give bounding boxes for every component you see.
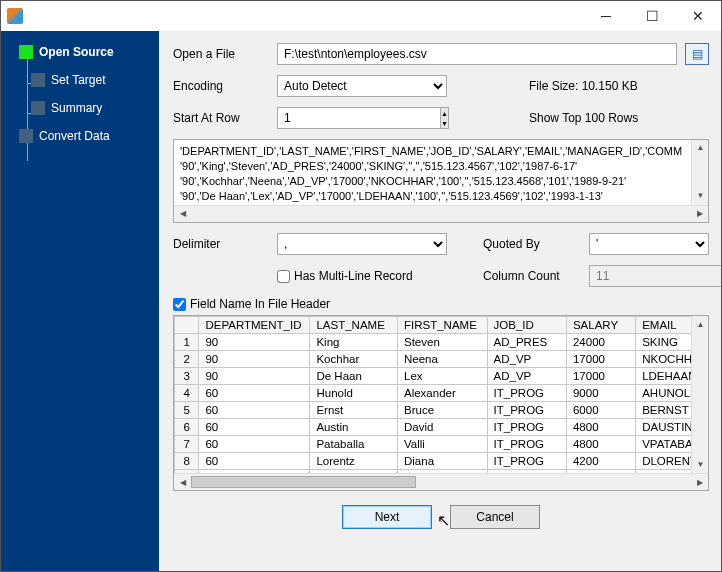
row-number: 2 [175, 351, 199, 368]
cell[interactable]: 4800 [566, 419, 635, 436]
chevron-up-icon[interactable]: ▲ [692, 140, 709, 157]
cell[interactable]: 60 [199, 453, 310, 470]
cell[interactable]: AD_VP [487, 351, 566, 368]
encoding-select[interactable]: Auto Detect [277, 75, 447, 97]
data-grid[interactable]: DEPARTMENT_IDLAST_NAMEFIRST_NAMEJOB_IDSA… [173, 315, 709, 491]
next-button[interactable]: Next [342, 505, 432, 529]
cell[interactable]: David [397, 419, 487, 436]
row-number: 6 [175, 419, 199, 436]
content-panel: Open a File ▤ Encoding Auto Detect File … [159, 31, 721, 571]
table-row[interactable]: 560ErnstBruceIT_PROG6000BERNST [175, 402, 708, 419]
cell[interactable]: 90 [199, 334, 310, 351]
cell[interactable]: Lorentz [310, 453, 398, 470]
preview-horizontal-scrollbar[interactable]: ◀ ▶ [174, 205, 708, 222]
cell[interactable]: Alexander [397, 385, 487, 402]
file-preview[interactable]: 'DEPARTMENT_ID','LAST_NAME','FIRST_NAME'… [173, 139, 709, 223]
table-row[interactable]: 660AustinDavidIT_PROG4800DAUSTIN [175, 419, 708, 436]
cell[interactable]: 4200 [566, 453, 635, 470]
file-path-input[interactable] [277, 43, 677, 65]
table-row[interactable]: 860LorentzDianaIT_PROG4200DLORENT [175, 453, 708, 470]
cell[interactable]: AD_PRES [487, 334, 566, 351]
cell[interactable]: IT_PROG [487, 419, 566, 436]
column-header[interactable]: DEPARTMENT_ID [199, 317, 310, 334]
chevron-up-icon[interactable]: ▲ [441, 108, 448, 118]
cell[interactable]: Neena [397, 351, 487, 368]
header-checkbox-input[interactable] [173, 298, 186, 311]
multiline-checkbox-input[interactable] [277, 270, 290, 283]
cell[interactable]: Lex [397, 368, 487, 385]
chevron-down-icon[interactable]: ▼ [441, 118, 448, 128]
chevron-right-icon[interactable]: ▶ [691, 474, 708, 491]
table-row[interactable]: 760PataballaValliIT_PROG4800VPATABAL [175, 436, 708, 453]
cell[interactable]: De Haan [310, 368, 398, 385]
chevron-left-icon[interactable]: ◀ [174, 206, 191, 223]
start-row-spinner[interactable]: ▲▼ [277, 107, 447, 129]
maximize-button[interactable]: ☐ [629, 1, 675, 31]
header-checkbox[interactable]: Field Name In File Header [173, 297, 330, 311]
column-header[interactable]: FIRST_NAME [397, 317, 487, 334]
cell[interactable]: IT_PROG [487, 402, 566, 419]
grid-vertical-scrollbar[interactable]: ▲ ▼ [691, 316, 708, 473]
cell[interactable]: Steven [397, 334, 487, 351]
step-open-source[interactable]: Open Source [17, 41, 155, 63]
cell[interactable]: Kochhar [310, 351, 398, 368]
delimiter-select[interactable]: , [277, 233, 447, 255]
start-row-input[interactable] [277, 107, 440, 129]
cell[interactable]: AD_VP [487, 368, 566, 385]
cell[interactable]: Valli [397, 436, 487, 453]
step-indicator-icon [19, 45, 33, 59]
cell[interactable]: 4800 [566, 436, 635, 453]
table-row[interactable]: 390De HaanLexAD_VP17000LDEHAAN [175, 368, 708, 385]
cell[interactable]: Hunold [310, 385, 398, 402]
cell[interactable]: 90 [199, 368, 310, 385]
column-header[interactable]: SALARY [566, 317, 635, 334]
grid-corner [175, 317, 199, 334]
column-header[interactable]: JOB_ID [487, 317, 566, 334]
cell[interactable]: IT_PROG [487, 436, 566, 453]
tree-connector [27, 59, 28, 161]
chevron-right-icon[interactable]: ▶ [691, 206, 708, 223]
cell[interactable]: Bruce [397, 402, 487, 419]
cell[interactable]: Diana [397, 453, 487, 470]
column-header[interactable]: LAST_NAME [310, 317, 398, 334]
cell[interactable]: Pataballa [310, 436, 398, 453]
file-size-label: File Size: 10.150 KB [529, 79, 709, 93]
table-row[interactable]: 190KingStevenAD_PRES24000SKING [175, 334, 708, 351]
table-row[interactable]: 460HunoldAlexanderIT_PROG9000AHUNOLD [175, 385, 708, 402]
open-file-label: Open a File [173, 47, 269, 61]
start-row-label: Start At Row [173, 111, 269, 125]
cell[interactable]: 60 [199, 419, 310, 436]
table-row[interactable]: 290KochharNeenaAD_VP17000NKOCHHA [175, 351, 708, 368]
cell[interactable]: 17000 [566, 351, 635, 368]
close-button[interactable]: ✕ [675, 1, 721, 31]
preview-vertical-scrollbar[interactable]: ▲ ▼ [691, 140, 708, 205]
row-number: 7 [175, 436, 199, 453]
cell[interactable]: 60 [199, 402, 310, 419]
cancel-button[interactable]: Cancel [450, 505, 540, 529]
minimize-button[interactable]: ─ [583, 1, 629, 31]
cell[interactable]: King [310, 334, 398, 351]
preview-line: '90','De Haan','Lex','AD_VP','17000','LD… [180, 189, 684, 204]
quoted-by-select[interactable]: ' [589, 233, 709, 255]
browse-file-button[interactable]: ▤ [685, 43, 709, 65]
step-convert-data[interactable]: Convert Data [17, 125, 155, 147]
cell[interactable]: 6000 [566, 402, 635, 419]
cell[interactable]: Ernst [310, 402, 398, 419]
cell[interactable]: Austin [310, 419, 398, 436]
grid-horizontal-scrollbar[interactable]: ◀ ▶ [174, 473, 708, 490]
cell[interactable]: IT_PROG [487, 453, 566, 470]
chevron-down-icon[interactable]: ▼ [692, 188, 709, 205]
cell[interactable]: 90 [199, 351, 310, 368]
chevron-up-icon[interactable]: ▲ [692, 316, 709, 333]
cell[interactable]: IT_PROG [487, 385, 566, 402]
cell[interactable]: 60 [199, 385, 310, 402]
chevron-left-icon[interactable]: ◀ [174, 474, 191, 491]
cell[interactable]: 24000 [566, 334, 635, 351]
cell[interactable]: 60 [199, 436, 310, 453]
row-number: 3 [175, 368, 199, 385]
chevron-down-icon[interactable]: ▼ [692, 456, 709, 473]
cell[interactable]: 9000 [566, 385, 635, 402]
multiline-checkbox[interactable]: Has Multi-Line Record [277, 269, 447, 283]
cell[interactable]: 17000 [566, 368, 635, 385]
step-label: Convert Data [39, 129, 110, 143]
